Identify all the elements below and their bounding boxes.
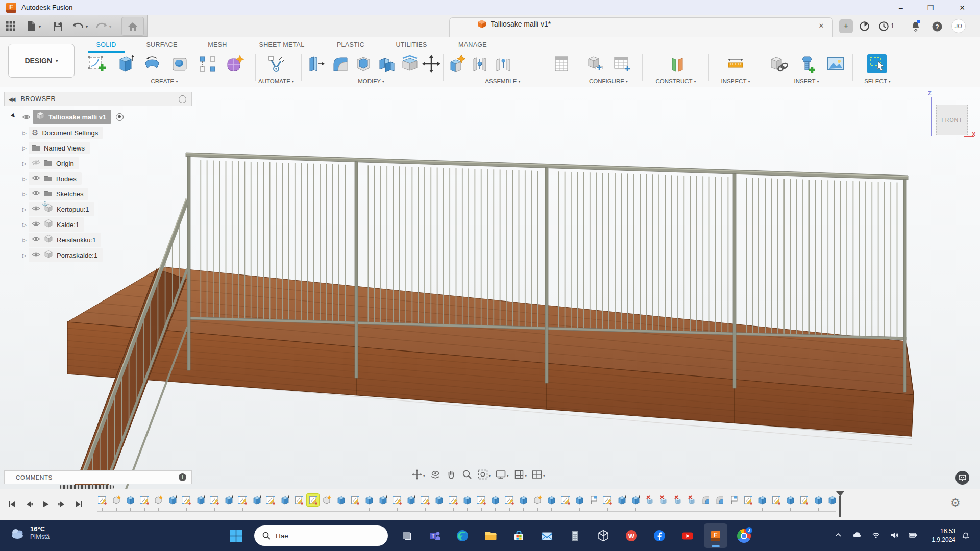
timeline-feature-sketch[interactable]: [391, 494, 403, 506]
visibility-eye-icon[interactable]: [32, 235, 40, 244]
visibility-eye-icon[interactable]: [32, 174, 40, 183]
canvas-button[interactable]: [824, 53, 847, 75]
activate-component-radio[interactable]: [116, 113, 124, 121]
group-menu-insert[interactable]: INSERT ▾: [794, 78, 819, 84]
timeline-feature-extrude[interactable]: [363, 494, 375, 506]
measure-button[interactable]: [724, 53, 747, 75]
nav-pan-button[interactable]: [446, 469, 457, 480]
timeline-feature-sketch[interactable]: [770, 494, 782, 506]
combine-button[interactable]: [375, 53, 398, 75]
timeline-feature-extrude[interactable]: [279, 494, 291, 506]
group-menu-assemble[interactable]: ASSEMBLE ▾: [485, 78, 520, 84]
timeline-feature-plane[interactable]: [728, 494, 740, 506]
timeline-feature-fillet[interactable]: [700, 494, 712, 506]
file-menu-icon[interactable]: [24, 19, 38, 33]
rectangular-pattern-button[interactable]: [196, 53, 218, 75]
timeline-feature-extrude[interactable]: [166, 494, 179, 506]
timeline-feature-extrude[interactable]: [616, 494, 628, 506]
viewport-3d-scene[interactable]: [0, 87, 980, 489]
browser-row-kertopuu-1[interactable]: ▷⚓Kertopuu:1: [22, 202, 94, 216]
press-pull-button[interactable]: [304, 53, 327, 75]
assistant-badge-icon[interactable]: [955, 471, 969, 485]
insert-fastener-button[interactable]: [796, 53, 818, 75]
minimize-button[interactable]: –: [889, 0, 913, 15]
as-built-joint-button[interactable]: [492, 53, 514, 75]
browser-row-porraskaide-1[interactable]: ▷Porraskaide:1: [22, 248, 103, 262]
nav-grid-snaps-button[interactable]: ▾: [513, 469, 527, 480]
taskbar-app-mail[interactable]: [535, 523, 558, 548]
timeline-feature-sketch[interactable]: [96, 494, 108, 506]
home-view-button[interactable]: [121, 17, 144, 36]
timeline-feature-extrude[interactable]: [517, 494, 529, 506]
taskbar-app-store[interactable]: [507, 523, 530, 548]
visibility-eye-icon[interactable]: [32, 220, 40, 229]
taskbar-app-youtube[interactable]: [676, 523, 699, 548]
group-menu-create[interactable]: CREATE ▾: [151, 78, 178, 84]
timeline-feature-sketch[interactable]: [208, 494, 220, 506]
taskbar-app-calculator[interactable]: [563, 523, 586, 548]
timeline-feature-suppressed[interactable]: [657, 494, 670, 506]
group-menu-construct[interactable]: CONSTRUCT ▾: [655, 78, 696, 84]
timeline-feature-sketch[interactable]: [742, 494, 754, 506]
timeline-scrollbar[interactable]: [60, 485, 114, 489]
ribbon-tab-manage[interactable]: MANAGE: [458, 39, 487, 51]
comments-panel[interactable]: COMMENTS +: [4, 470, 192, 484]
nav-fit-button[interactable]: ▾: [477, 469, 491, 480]
timeline-feature-extrude[interactable]: [251, 494, 263, 506]
ribbon-tab-surface[interactable]: SURFACE: [146, 39, 177, 51]
notification-center-icon[interactable]: [962, 532, 970, 542]
tray-chevron-up-icon[interactable]: [834, 531, 843, 541]
timeline-feature-sketch[interactable]: [292, 494, 305, 506]
view-cube-front-face[interactable]: FRONT: [936, 105, 968, 135]
timeline-feature-sketch[interactable]: [349, 494, 361, 506]
timeline-feature-sketch-selected[interactable]: [307, 494, 319, 506]
timeline-feature-extrude[interactable]: [335, 494, 347, 506]
group-menu-modify[interactable]: MODIFY ▾: [358, 78, 384, 84]
ribbon-tab-sheet-metal[interactable]: SHEET METAL: [259, 39, 305, 51]
expand-chevron-icon[interactable]: ▷: [22, 207, 29, 212]
tray-battery-icon[interactable]: [909, 531, 917, 541]
timeline-go-to-end-button[interactable]: [72, 497, 86, 511]
browser-row-reisilankku-1[interactable]: ▷Reisilankku:1: [22, 233, 101, 247]
timeline-feature-sketch[interactable]: [601, 494, 614, 506]
parts-list-button[interactable]: [550, 53, 573, 75]
timeline-feature-component[interactable]: [531, 494, 544, 506]
timeline-feature-extrude[interactable]: [784, 494, 796, 506]
timeline-feature-plane[interactable]: [587, 494, 600, 506]
timeline-feature-extrude[interactable]: [433, 494, 445, 506]
visibility-eye-icon[interactable]: [32, 205, 40, 214]
timeline-feature-sketch[interactable]: [475, 494, 487, 506]
browser-row-named-views[interactable]: ▷Named Views: [22, 141, 90, 155]
view-cube[interactable]: Z FRONT X: [915, 91, 978, 146]
visibility-eye-icon[interactable]: [32, 251, 40, 260]
timeline-feature-sketch[interactable]: [264, 494, 277, 506]
redo-caret[interactable]: ▾: [109, 24, 111, 29]
new-tab-button[interactable]: +: [839, 19, 853, 33]
timeline-step-back-button[interactable]: [22, 497, 35, 511]
timeline-settings-gear-icon[interactable]: ⚙: [950, 496, 961, 510]
offset-face-button[interactable]: [398, 53, 420, 75]
timeline-position-marker[interactable]: [836, 491, 844, 517]
nav-orbit-button[interactable]: ▾: [411, 469, 425, 480]
tab-close-icon[interactable]: ✕: [816, 20, 827, 32]
create-sketch-button[interactable]: [86, 53, 108, 75]
timeline-feature-component[interactable]: [110, 494, 122, 506]
timeline-feature-suppressed[interactable]: [644, 494, 656, 506]
timeline-feature-component[interactable]: [321, 494, 333, 506]
browser-row-bodies[interactable]: ▷Bodies: [22, 171, 82, 186]
weather-widget[interactable]: 16°C Pilvistä: [10, 525, 50, 541]
timeline-feature-sketch[interactable]: [503, 494, 516, 506]
nav-display-settings-button[interactable]: ▾: [495, 469, 509, 480]
browser-row-document-settings[interactable]: ▷⚙Document Settings: [22, 126, 103, 140]
tray-onedrive-icon[interactable]: [852, 531, 861, 541]
fillet-button[interactable]: [329, 53, 351, 75]
group-menu-automate[interactable]: AUTOMATE ▾: [258, 78, 294, 84]
nav-zoom-button[interactable]: [461, 469, 473, 480]
timeline-feature-extrude[interactable]: [489, 494, 501, 506]
timeline-feature-extrude[interactable]: [545, 494, 557, 506]
timeline-feature-extrude[interactable]: [377, 494, 389, 506]
move-copy-button[interactable]: [420, 53, 443, 75]
timeline-feature-extrude[interactable]: [223, 494, 235, 506]
expand-triangle-icon[interactable]: ▶: [10, 112, 20, 121]
select-button[interactable]: [866, 53, 888, 75]
